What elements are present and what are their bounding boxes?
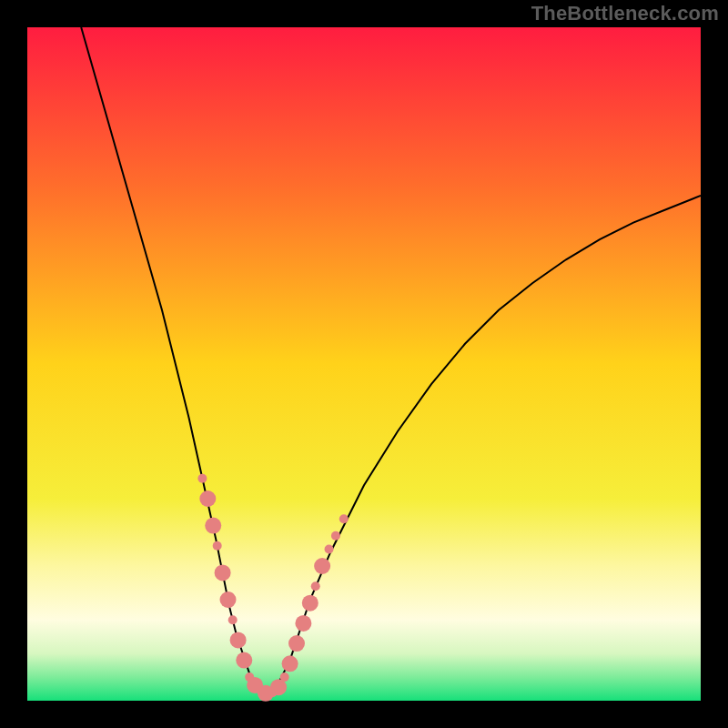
data-point [295,615,311,632]
data-point [220,592,237,608]
data-point [288,635,305,652]
data-point [205,518,221,534]
data-point [215,564,231,581]
data-point [282,655,298,672]
data-point [302,595,318,612]
data-point [230,632,247,648]
bottleneck-chart [0,0,728,728]
data-point [314,558,330,574]
watermark-text: TheBottleneck.com [531,2,719,25]
data-point [311,581,320,591]
data-point [331,531,340,541]
data-point [199,490,216,507]
data-point [213,541,222,551]
data-point [339,514,349,523]
data-point [325,545,334,554]
data-point [197,474,207,483]
plot-background [27,27,701,701]
data-point [236,652,252,669]
data-point [228,615,238,624]
data-point [280,672,289,682]
chart-frame: TheBottleneck.com [0,0,728,728]
